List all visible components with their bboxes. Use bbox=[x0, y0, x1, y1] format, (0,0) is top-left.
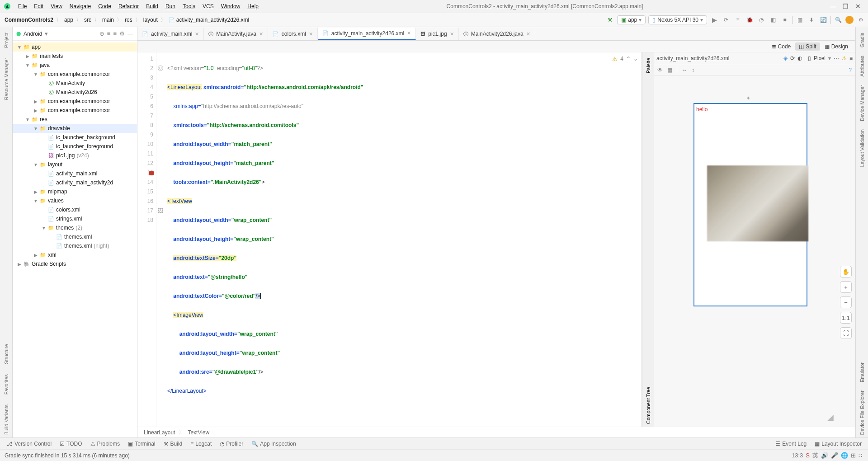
menu-build[interactable]: Build bbox=[142, 0, 162, 13]
breadcrumb-app[interactable]: app bbox=[62, 17, 75, 23]
avd-manager-icon[interactable]: ▥ bbox=[795, 15, 804, 24]
profiler-tab[interactable]: ◔Profiler bbox=[220, 441, 243, 447]
breadcrumb-root[interactable]: CommonControls2 bbox=[3, 17, 55, 23]
theme-icon[interactable]: ◐ bbox=[797, 55, 802, 61]
collapse-icon[interactable]: ≡ bbox=[113, 30, 117, 37]
close-tab-icon[interactable]: ✕ bbox=[309, 31, 313, 37]
run-button[interactable]: ▶ bbox=[710, 15, 719, 24]
hammer-icon[interactable]: ⚒ bbox=[605, 15, 614, 24]
more-icon[interactable]: ⋯ bbox=[834, 55, 839, 61]
tree-node-strings-xml[interactable]: 📄strings.xml bbox=[13, 214, 137, 223]
pan-button[interactable]: ✋ bbox=[840, 266, 852, 278]
sound-icon[interactable]: 🔊 bbox=[821, 452, 828, 459]
close-tab-icon[interactable]: ✕ bbox=[526, 31, 530, 37]
project-tree[interactable]: ▼📁app▶📁manifests▼📁java▼📁com.example.comm… bbox=[13, 41, 137, 437]
tree-node-com-example-commoncor[interactable]: ▼📁com.example.commoncor bbox=[13, 70, 137, 79]
tree-node-pic1-jpg[interactable]: 🖼pic1.jpg (v24) bbox=[13, 151, 137, 160]
resize-handle-icon[interactable]: ◢ bbox=[827, 412, 834, 422]
tree-node-app[interactable]: ▼📁app bbox=[13, 42, 137, 52]
tab-mainactivity2d26-java[interactable]: ⒸMainActivity2d26.java✕ bbox=[459, 28, 535, 40]
device-dropdown[interactable]: ▯Nexus 5X API 30▾ bbox=[648, 15, 707, 24]
arrows-h-icon[interactable]: ↔ bbox=[682, 67, 687, 73]
tree-node-activity-main-xml[interactable]: 📄activity_main.xml bbox=[13, 169, 137, 178]
design-warning-icon[interactable]: ⚠ bbox=[842, 55, 847, 61]
tree-node-com-example-commoncor[interactable]: ▶📁com.example.commoncor bbox=[13, 97, 137, 106]
tab-pic1-jpg[interactable]: 🖼pic1.jpg✕ bbox=[416, 28, 458, 40]
run-config-dropdown[interactable]: app▾ bbox=[617, 15, 646, 24]
breadcrumb-layout[interactable]: layout bbox=[142, 17, 160, 23]
design-help-icon[interactable]: ? bbox=[849, 67, 852, 73]
menu-run[interactable]: Run bbox=[162, 0, 179, 13]
build-variants-tool-button[interactable]: Build Variants bbox=[4, 402, 9, 437]
tab-activity-main-xml[interactable]: 📄activity_main.xml✕ bbox=[137, 28, 204, 40]
zoom-out-button[interactable]: − bbox=[840, 296, 852, 308]
tree-node-mainactivity2d26[interactable]: ⒸMainActivity2d26 bbox=[13, 88, 137, 97]
attributes-tool-button[interactable]: Attributes bbox=[859, 53, 865, 79]
app-inspection-tab[interactable]: 🔍App Inspection bbox=[251, 441, 296, 447]
structure-tool-button[interactable]: Structure bbox=[4, 341, 9, 367]
eye-icon[interactable]: 👁 bbox=[657, 67, 663, 73]
lang-icon[interactable]: 英 bbox=[812, 452, 818, 460]
device-manager-tool-button[interactable]: Device Manager bbox=[859, 82, 865, 124]
orientation-icon[interactable]: ⟳ bbox=[790, 55, 795, 61]
tree-node-ic-launcher-foreground[interactable]: 📄ic_launcher_foreground bbox=[13, 142, 137, 151]
editor-breadcrumb[interactable]: LinearLayout〉TextView bbox=[137, 427, 855, 437]
close-tab-icon[interactable]: ✕ bbox=[450, 31, 454, 37]
project-tool-button[interactable]: Project bbox=[4, 30, 9, 51]
debug-icon[interactable]: 🐞 bbox=[745, 15, 754, 24]
settings-icon[interactable]: ⚙ bbox=[856, 15, 865, 24]
code-editor[interactable]: <?xml version="1.0" encoding="utf-8"?> <… bbox=[165, 52, 642, 427]
close-tab-icon[interactable]: ✕ bbox=[407, 30, 411, 36]
mic-icon[interactable]: 🎤 bbox=[831, 452, 838, 459]
more-status-icon[interactable]: ∷ bbox=[859, 452, 862, 459]
menu-refactor[interactable]: Refactor bbox=[115, 0, 142, 13]
menu-tools[interactable]: Tools bbox=[179, 0, 199, 13]
expand-icon[interactable]: ≡ bbox=[107, 30, 111, 37]
tree-node-values[interactable]: ▼📁values bbox=[13, 196, 137, 205]
tab-mainactivity-java[interactable]: ⒸMainActivity.java✕ bbox=[204, 28, 268, 40]
search-icon[interactable]: 🔍 bbox=[834, 15, 843, 24]
tree-node-ic-launcher-background[interactable]: 📄ic_launcher_background bbox=[13, 133, 137, 142]
menu-help[interactable]: Help bbox=[244, 0, 262, 13]
menu-navigate[interactable]: Navigate bbox=[66, 0, 94, 13]
tree-node-res[interactable]: ▼📁res bbox=[13, 115, 137, 124]
profile-icon[interactable]: ◔ bbox=[757, 15, 766, 24]
menu-vcs[interactable]: VCS bbox=[199, 0, 217, 13]
editor-inspection-widget[interactable]: ⚠4⌃⌄ bbox=[612, 54, 638, 64]
tree-node-activity-main-activity2d[interactable]: 📄activity_main_activity2d bbox=[13, 178, 137, 187]
apply-code-icon[interactable]: ≡ bbox=[733, 15, 742, 24]
zoom-in-button[interactable]: + bbox=[840, 281, 852, 293]
breadcrumb-main[interactable]: main bbox=[100, 17, 116, 23]
tree-node-themes-xml[interactable]: 📄themes.xml (night) bbox=[13, 241, 137, 250]
zoom-11-button[interactable]: 1:1 bbox=[840, 312, 852, 324]
globe-icon[interactable]: 🌐 bbox=[841, 452, 848, 459]
ime-icon[interactable]: S bbox=[806, 452, 810, 459]
design-settings-icon[interactable]: ≡ bbox=[849, 55, 853, 61]
tab-colors-xml[interactable]: 📄colors.xml✕ bbox=[268, 28, 318, 40]
tree-node-com-example-commoncor[interactable]: ▶📁com.example.commoncor bbox=[13, 106, 137, 115]
emulator-tool-button[interactable]: Emulator bbox=[859, 360, 865, 385]
layout-inspector-tab[interactable]: ▦Layout Inspector bbox=[815, 441, 862, 447]
preview-surface[interactable]: hello bbox=[693, 103, 807, 306]
blueprint-icon[interactable]: ▦ bbox=[667, 67, 672, 73]
tree-settings-icon[interactable]: ⚙ bbox=[119, 30, 125, 37]
problems-tab[interactable]: ⚠Problems bbox=[90, 441, 120, 447]
tree-node-mainactivity[interactable]: ⒸMainActivity bbox=[13, 79, 137, 88]
locate-icon[interactable]: ⊕ bbox=[99, 30, 104, 37]
close-tab-icon[interactable]: ✕ bbox=[195, 31, 199, 37]
tree-node-java[interactable]: ▼📁java bbox=[13, 61, 137, 70]
gradle-tool-button[interactable]: Gradle bbox=[859, 30, 865, 50]
close-tab-icon[interactable]: ✕ bbox=[259, 31, 263, 37]
line-gutter[interactable]: 123456789101112131415161718 bbox=[137, 52, 156, 427]
todo-tab[interactable]: ☑TODO bbox=[60, 441, 82, 447]
layers-icon[interactable]: ◈ bbox=[783, 55, 788, 61]
logcat-tab[interactable]: ≡Logcat bbox=[190, 441, 212, 447]
view-mode-split[interactable]: ◫Split bbox=[795, 42, 820, 51]
tree-node-colors-xml[interactable]: 📄colors.xml bbox=[13, 205, 137, 214]
tab-activity-main-activity2d26-xml[interactable]: 📄activity_main_activity2d26.xml✕ bbox=[318, 28, 416, 40]
sync-icon[interactable]: 🔄 bbox=[819, 15, 828, 24]
view-mode-design[interactable]: ▦Design bbox=[821, 42, 852, 51]
menu-code[interactable]: Code bbox=[94, 0, 115, 13]
tree-node-manifests[interactable]: ▶📁manifests bbox=[13, 52, 137, 61]
tree-node-gradle-scripts[interactable]: ▶🐘Gradle Scripts bbox=[13, 259, 137, 268]
